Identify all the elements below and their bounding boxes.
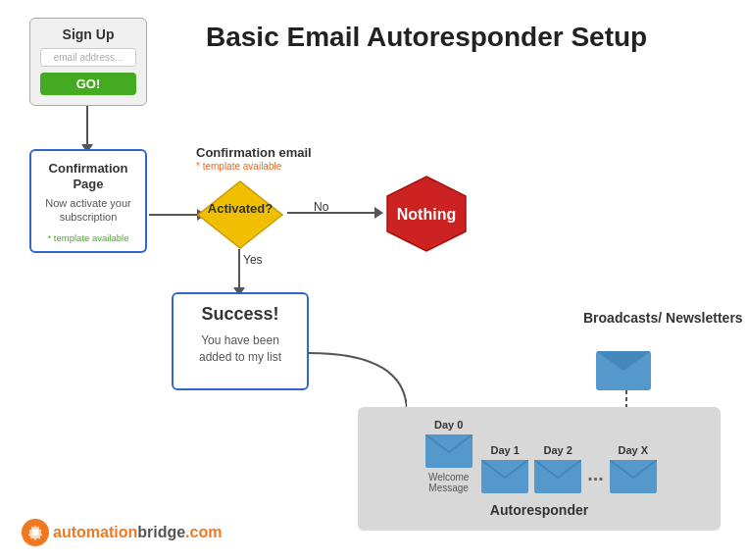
arrow-yes: [238, 249, 240, 288]
arrow-no: [287, 212, 375, 214]
nothing-hexagon: Nothing: [382, 175, 471, 253]
day-2-label: Day 2: [543, 444, 572, 456]
activated-diamond: Activated?: [196, 179, 284, 250]
no-label: No: [314, 200, 328, 214]
footer-brand: automationbridge.com: [22, 519, 222, 546]
day-0-label: Day 0: [434, 419, 463, 431]
day-0-item: Day 0 Welcome Message: [422, 419, 475, 493]
confirmation-page-title: Confirmation Page: [39, 161, 137, 191]
svg-text:Activated?: Activated?: [208, 201, 274, 216]
day-1-envelope: [481, 460, 528, 493]
confirmation-page-template-note: * template available: [39, 232, 137, 243]
day-2-envelope: [534, 460, 581, 493]
day-x-envelope: [610, 460, 657, 493]
broadcast-envelope: [596, 351, 651, 390]
page-title: Basic Email Autoresponder Setup: [206, 22, 647, 53]
broadcasts-label: Broadcasts/ Newsletters: [583, 309, 743, 327]
confirmation-page-box: Confirmation Page Now activate your subs…: [29, 149, 147, 253]
day-1-label: Day 1: [490, 444, 519, 456]
day-0-envelope: [425, 434, 473, 468]
brand-prefix: automation: [53, 524, 137, 540]
day-0-sublabel: Welcome Message: [422, 472, 475, 493]
success-title: Success!: [183, 304, 297, 325]
autoresponder-container: Day 0 Welcome Message Day 1 Day 2 .: [358, 407, 721, 531]
day-x-label: Day X: [619, 444, 649, 456]
autoresponder-days: Day 0 Welcome Message Day 1 Day 2 .: [368, 419, 711, 493]
signup-title: Sign Up: [40, 26, 136, 42]
arrow-signup-to-confirmation: [86, 106, 88, 145]
brand-gear-icon: [22, 519, 49, 546]
brand-domain: .com: [185, 524, 222, 540]
confirmation-page-subtitle: Now activate your subscription: [39, 196, 137, 225]
arrow-conf-to-activated: [149, 214, 198, 216]
day-1-item: Day 1: [481, 444, 528, 493]
confirmation-email-label: Confirmation email: [196, 145, 312, 160]
brand-suffix: bridge: [137, 524, 185, 540]
autoresponder-label: Autoresponder: [490, 502, 588, 518]
dots-item: ...: [587, 463, 604, 493]
go-button[interactable]: GO!: [40, 73, 136, 95]
brand-text: automationbridge.com: [53, 524, 222, 541]
svg-text:Nothing: Nothing: [397, 206, 456, 223]
email-input-display: email address...: [40, 48, 136, 67]
signup-box: Sign Up email address... GO!: [29, 18, 147, 106]
day-x-item: Day X: [610, 444, 657, 493]
dots-label: ...: [587, 463, 604, 485]
day-2-item: Day 2: [534, 444, 581, 493]
yes-label: Yes: [243, 253, 263, 267]
confirmation-email-template-note: * template available: [196, 161, 281, 172]
